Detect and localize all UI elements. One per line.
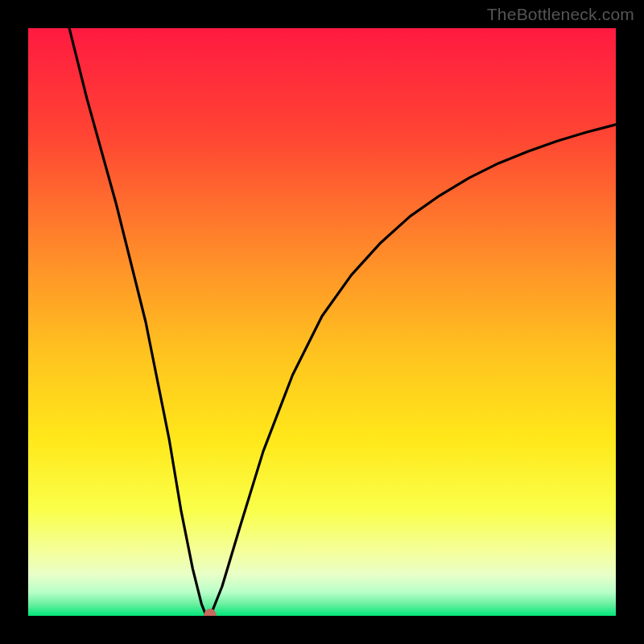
bottleneck-curve [28,28,616,616]
watermark-text: TheBottleneck.com [487,5,634,24]
chart-frame: TheBottleneck.com [0,0,644,644]
plot-area [28,28,616,616]
